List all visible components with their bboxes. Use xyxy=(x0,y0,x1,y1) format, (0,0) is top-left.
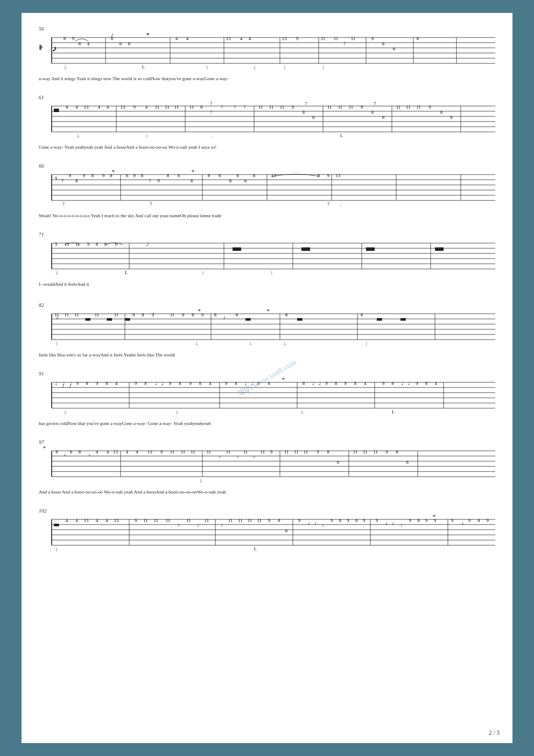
svg-text:4: 4 xyxy=(248,36,251,41)
svg-text:♩: ♩ xyxy=(401,381,404,386)
svg-text:11: 11 xyxy=(363,449,368,454)
svg-text:9: 9 xyxy=(428,104,431,109)
section-91: 91 𝄋 ♩ ♩ ♩ xyxy=(39,371,495,428)
page-number: 2 / 3 xyxy=(489,730,500,737)
svg-text:9: 9 xyxy=(76,381,79,386)
svg-text:7: 7 xyxy=(233,104,236,109)
measure-number-56: 56 xyxy=(39,26,495,32)
svg-text:7: 7 xyxy=(221,524,223,528)
svg-text:♩: ♩ xyxy=(64,452,66,457)
svg-text:𝅘𝅥𝅮: 𝅘𝅥𝅮 xyxy=(146,242,149,246)
svg-text:4: 4 xyxy=(75,104,78,109)
svg-text:9: 9 xyxy=(55,241,57,247)
svg-rect-171 xyxy=(435,247,444,251)
svg-text:9: 9 xyxy=(55,175,57,181)
svg-text:8: 8 xyxy=(208,173,210,178)
svg-text:|: | xyxy=(207,65,208,69)
measure-number-97: 97 xyxy=(39,439,495,446)
svg-text:𝄋: 𝄋 xyxy=(112,170,115,174)
svg-text:8: 8 xyxy=(382,41,385,46)
svg-text:|.: |. xyxy=(284,341,286,346)
svg-text:11: 11 xyxy=(65,312,69,317)
svg-text:4: 4 xyxy=(106,449,109,454)
svg-text:11: 11 xyxy=(205,518,209,523)
svg-text:11: 11 xyxy=(349,104,354,109)
svg-text:11: 11 xyxy=(226,449,231,454)
svg-text:7: 7 xyxy=(149,178,151,183)
svg-text:11: 11 xyxy=(166,518,171,523)
svg-text:8: 8 xyxy=(416,36,419,41)
svg-text:♩: ♩ xyxy=(385,521,388,525)
svg-text:6: 6 xyxy=(337,459,339,465)
svg-text:8: 8 xyxy=(257,381,260,386)
svg-text:,: , xyxy=(340,202,342,206)
svg-text:|.: |. xyxy=(65,65,67,69)
svg-text:9: 9 xyxy=(416,381,418,386)
svg-text:𝄋: 𝄋 xyxy=(267,309,270,313)
svg-rect-60 xyxy=(54,109,59,112)
svg-text:𝄋: 𝄋 xyxy=(282,378,285,381)
svg-text:♩: ♩ xyxy=(462,521,464,525)
svg-text:6: 6 xyxy=(115,241,118,247)
svg-text:9: 9 xyxy=(134,518,137,523)
svg-text:𝄋: 𝄋 xyxy=(43,447,46,450)
svg-text:6: 6 xyxy=(236,173,239,178)
svg-text:♩: ♩ xyxy=(251,381,253,386)
svg-text:6: 6 xyxy=(285,528,288,533)
svg-text:|.: |. xyxy=(56,547,58,551)
measure-number-82: 82 xyxy=(39,302,495,309)
section-61: 61 4 4 13 xyxy=(39,94,495,152)
lyrics-66: Woah! No-o-o-o-o-o-o-o-o Yeah I reach to… xyxy=(39,213,495,221)
svg-text:11: 11 xyxy=(238,518,243,523)
svg-text:|: | xyxy=(284,65,285,69)
section-66: 66 𝄋 𝄋 9 xyxy=(39,163,495,221)
svg-text:|: | xyxy=(271,270,272,275)
svg-text:13: 13 xyxy=(84,104,89,109)
lyrics-97: And a hooo And a hooo-oo-oo-oo Wo-o-oah … xyxy=(39,489,495,497)
svg-text:8: 8 xyxy=(96,241,98,247)
svg-text:9: 9 xyxy=(292,104,294,109)
svg-text:6: 6 xyxy=(119,41,122,46)
svg-text:13: 13 xyxy=(226,36,231,41)
svg-text:4: 4 xyxy=(96,518,98,523)
lyrics-61: Gone a-way- Yeah yeahyeah yeah And a hoo… xyxy=(39,144,495,152)
svg-text:|.: |. xyxy=(250,341,252,346)
svg-text:L: L xyxy=(254,547,257,551)
svg-text:9: 9 xyxy=(376,518,378,523)
svg-text:9: 9 xyxy=(363,518,365,523)
svg-text:11: 11 xyxy=(55,312,59,317)
svg-text:L: L xyxy=(340,133,343,138)
svg-text:11: 11 xyxy=(373,449,378,454)
svg-text:11: 11 xyxy=(334,36,338,41)
svg-text:♩: ♩ xyxy=(312,381,314,386)
svg-text:8: 8 xyxy=(75,178,78,183)
svg-text:11: 11 xyxy=(95,312,99,317)
svg-text:9: 9 xyxy=(189,381,192,386)
svg-text:4: 4 xyxy=(136,449,138,454)
svg-text:4: 4 xyxy=(106,104,109,109)
svg-text:|.: |. xyxy=(78,133,80,138)
svg-text:11: 11 xyxy=(294,449,299,454)
svg-text:9: 9 xyxy=(347,518,349,523)
staff-91: 𝄋 ♩ ♩ ♩ 9 8 9 8 4 ♩ ♩ 9 8 ♩ ♩ 9 8 xyxy=(39,378,495,419)
measure-number-91: 91 xyxy=(39,371,495,377)
measure-number-66: 66 xyxy=(39,163,495,169)
svg-text:7: 7 xyxy=(253,455,255,459)
svg-rect-198 xyxy=(125,318,130,321)
svg-rect-196 xyxy=(107,318,112,321)
svg-text:♩: ♩ xyxy=(62,384,64,388)
svg-text:4: 4 xyxy=(65,104,68,109)
svg-text:|.: |. xyxy=(56,270,58,275)
svg-text:11: 11 xyxy=(351,36,356,41)
svg-text:9: 9 xyxy=(157,178,160,183)
svg-text:9: 9 xyxy=(382,381,385,386)
svg-text:11: 11 xyxy=(75,241,80,247)
section-71: 71 9 13 11 xyxy=(39,231,495,289)
svg-text:9: 9 xyxy=(133,104,136,109)
svg-rect-213 xyxy=(377,318,382,321)
svg-text:11: 11 xyxy=(280,104,285,109)
svg-text:11: 11 xyxy=(338,104,343,109)
svg-text:♩: ♩ xyxy=(223,315,225,320)
svg-text:8: 8 xyxy=(167,173,169,178)
svg-text:8: 8 xyxy=(285,312,288,317)
